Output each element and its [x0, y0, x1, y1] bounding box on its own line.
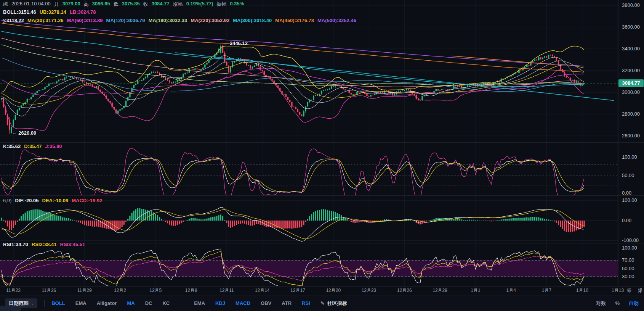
- bottom-toolbar: 日期范围 ⌄ BOLLEMAAlligatorMADCKC EMAKDJMACD…: [0, 295, 644, 311]
- toolbar-item-dc[interactable]: DC: [145, 300, 152, 306]
- toolbar-item-kc[interactable]: KC: [162, 300, 170, 306]
- toolbar-item-rsi[interactable]: RSI: [302, 300, 310, 306]
- chart-canvas[interactable]: [0, 0, 644, 296]
- trading-chart-app: 续2026-01-10 04:00开3079.00高3086.65低3075.8…: [0, 0, 644, 311]
- community-indicators-button[interactable]: ✎ 社区指标: [320, 300, 347, 307]
- toolbar-divider: [187, 300, 187, 307]
- toolbar-item-对数[interactable]: 对数: [596, 300, 606, 307]
- toolbar-item-macd[interactable]: MACD: [235, 300, 250, 306]
- current-price-badge: 3084.77: [618, 79, 644, 87]
- toolbar-item-ema[interactable]: EMA: [194, 300, 205, 306]
- chevron-down-icon: ⌄: [31, 301, 34, 305]
- toolbar-item-atr[interactable]: ATR: [282, 300, 292, 306]
- toolbar-item-kdj[interactable]: KDJ: [215, 300, 225, 306]
- toolbar-item-ema[interactable]: EMA: [75, 300, 87, 306]
- toolbar-item-alligator[interactable]: Alligator: [97, 300, 117, 306]
- community-indicators-label: 社区指标: [327, 300, 347, 307]
- edit-icon: ✎: [320, 300, 325, 306]
- toolbar-divider: [44, 300, 45, 307]
- cutoff-panel-fragment: [0, 306, 21, 311]
- toolbar-item-ma[interactable]: MA: [127, 300, 135, 306]
- toolbar-item-%[interactable]: %: [615, 300, 620, 306]
- toolbar-item-自动[interactable]: 自动: [629, 300, 639, 307]
- toolbar-item-boll[interactable]: BOLL: [51, 300, 65, 306]
- toolbar-item-obv[interactable]: OBV: [261, 300, 271, 306]
